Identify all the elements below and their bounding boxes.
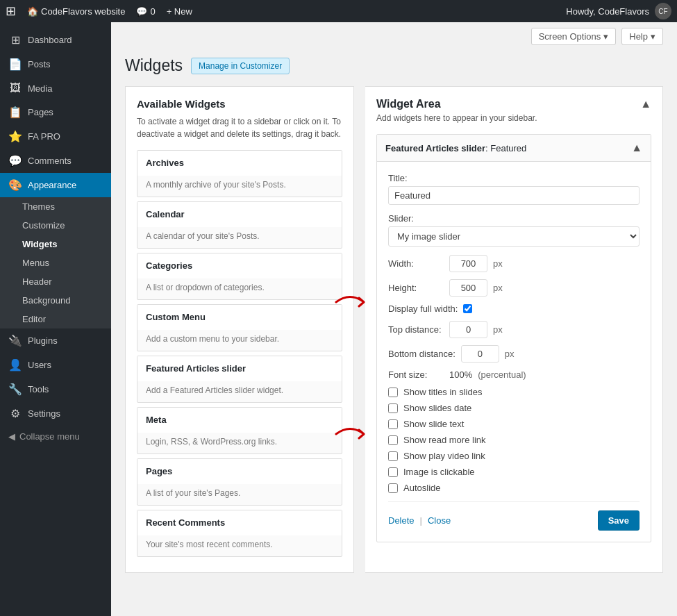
sidebar-item-appearance[interactable]: 🎨 Appearance [0, 173, 111, 197]
avatar[interactable]: CF [655, 3, 671, 19]
widget-config-name: Featured Articles slider: Featured [385, 143, 526, 153]
widget-config-collapse-icon[interactable]: ▲ [631, 142, 642, 154]
widget-desc-meta: Login, RSS, & WordPress.org links. [137, 433, 342, 453]
sidebar-item-posts[interactable]: 📄 Posts [0, 52, 111, 76]
widget-item-featuredarticles[interactable]: Featured Articles slider Add a Featured … [137, 356, 342, 403]
bottom-distance-label: Bottom distance: [388, 349, 455, 359]
widget-config-header[interactable]: Featured Articles slider: Featured ▲ [377, 135, 651, 162]
sidebar-item-menus[interactable]: Menus [0, 253, 111, 272]
autoslide-checkbox[interactable] [388, 483, 398, 493]
sidebar-item-dashboard[interactable]: ⊞ Dashboard [0, 28, 111, 52]
sidebar-item-themes[interactable]: Themes [0, 197, 111, 216]
widget-item-meta[interactable]: Meta Login, RSS, & WordPress.org links. [137, 407, 342, 454]
font-size-value: 100% [449, 369, 472, 380]
site-link[interactable]: 🏠 CodeFlavors website [22, 6, 131, 17]
collapse-menu-button[interactable]: ◀ Collapse menu [0, 426, 111, 447]
title-input[interactable] [388, 186, 640, 205]
width-unit: px [493, 258, 503, 269]
slider-row: Slider: My image slider [388, 213, 640, 247]
sidebar-label-tools: Tools [28, 384, 49, 394]
wp-logo-icon[interactable]: ⊞ [6, 3, 16, 19]
widget-name-pages: Pages [146, 466, 172, 476]
top-distance-input[interactable] [449, 321, 487, 338]
top-bar: Screen Options ▾ Help ▾ [111, 22, 677, 51]
widget-header-meta[interactable]: Meta [137, 408, 342, 433]
comment-count: 0 [150, 6, 155, 17]
widget-header-pages[interactable]: Pages [137, 459, 342, 484]
widget-item-recentcomments[interactable]: Recent Comments Your site's most recent … [137, 510, 342, 557]
widget-header-categories[interactable]: Categories [137, 253, 342, 278]
widget-name-categories: Categories [146, 260, 192, 271]
sidebar-item-settings[interactable]: ⚙ Settings [0, 401, 111, 426]
comments-link[interactable]: 💬 0 [131, 6, 160, 17]
display-full-width-checkbox[interactable] [463, 304, 472, 313]
widget-item-calendar[interactable]: Calendar A calendar of your site's Posts… [137, 201, 342, 249]
widget-desc-calendar: A calendar of your site's Posts. [137, 227, 342, 248]
site-name: CodeFlavors website [41, 6, 125, 17]
widget-item-pages[interactable]: Pages A list of your site's Pages. [137, 458, 342, 506]
widget-area-description: Add widgets here to appear in your sideb… [376, 113, 651, 123]
plugins-icon: 🔌 [8, 334, 22, 347]
top-distance-unit: px [493, 324, 503, 335]
widget-name-custommenu: Custom Menu [146, 312, 206, 322]
sidebar-item-plugins[interactable]: 🔌 Plugins [0, 328, 111, 353]
sidebar-label-media: Media [28, 83, 52, 94]
image-clickable-checkbox[interactable] [388, 467, 398, 477]
height-input[interactable] [449, 279, 487, 297]
sidebar-label-comments: Comments [28, 156, 72, 166]
users-icon: 👤 [8, 358, 22, 372]
show-readmore-checkbox[interactable] [388, 435, 398, 445]
posts-icon: 📄 [8, 58, 22, 71]
font-size-label: Font size: [388, 369, 444, 380]
widget-header-calendar[interactable]: Calendar [137, 202, 342, 227]
widget-header-featuredarticles[interactable]: Featured Articles slider [137, 356, 342, 381]
slider-label: Slider: [388, 213, 640, 224]
sidebar-item-pages[interactable]: 📋 Pages [0, 100, 111, 124]
bottom-distance-input[interactable] [461, 345, 499, 363]
sidebar-item-media[interactable]: 🖼 Media [0, 76, 111, 100]
delete-button[interactable]: Delete [388, 515, 415, 526]
collapse-label: Collapse menu [19, 431, 80, 442]
checkbox-show-readmore: Show read more link [388, 435, 640, 445]
sidebar-item-customize[interactable]: Customize [0, 216, 111, 235]
title-label: Title: [388, 173, 640, 183]
manage-customizer-button[interactable]: Manage in Customizer [191, 58, 290, 74]
widget-item-archives[interactable]: Archives A monthly archive of your site'… [137, 150, 342, 197]
checkbox-image-clickable: Image is clickable [388, 467, 640, 477]
sidebar-item-widgets[interactable]: Widgets [0, 235, 111, 253]
close-button[interactable]: Close [428, 515, 451, 526]
widget-header-custommenu[interactable]: Custom Menu [137, 305, 342, 330]
widgets-area: Available Widgets To activate a widget d… [111, 86, 677, 573]
sidebar-item-background[interactable]: Background [0, 291, 111, 310]
show-date-checkbox[interactable] [388, 403, 398, 413]
widget-footer: Delete | Close Save [388, 501, 640, 531]
widget-header-archives[interactable]: Archives [137, 151, 342, 176]
show-titles-checkbox[interactable] [388, 388, 398, 397]
widget-desc-recentcomments: Your site's most recent comments. [137, 535, 342, 556]
image-clickable-label: Image is clickable [403, 467, 475, 477]
sidebar-item-editor[interactable]: Editor [0, 310, 111, 328]
help-button[interactable]: Help ▾ [621, 28, 663, 45]
sidebar-item-tools[interactable]: 🔧 Tools [0, 377, 111, 401]
save-button[interactable]: Save [598, 510, 640, 531]
admin-bar-right: Howdy, CodeFlavors CF [566, 3, 671, 19]
widget-header-recentcomments[interactable]: Recent Comments [137, 510, 342, 535]
widget-item-categories[interactable]: Categories A list or dropdown of categor… [137, 253, 342, 300]
sidebar-item-comments[interactable]: 💬 Comments [0, 149, 111, 173]
show-text-checkbox[interactable] [388, 419, 398, 429]
widget-area-collapse-icon[interactable]: ▲ [640, 98, 651, 110]
sidebar-item-fapro[interactable]: ⭐ FA PRO [0, 124, 111, 149]
sidebar-item-users[interactable]: 👤 Users [0, 353, 111, 377]
widget-item-custommenu[interactable]: Custom Menu Add a custom menu to your si… [137, 304, 342, 351]
checkbox-show-text: Show slide text [388, 419, 640, 429]
new-link[interactable]: + New [161, 6, 198, 17]
widget-desc-archives: A monthly archive of your site's Posts. [137, 176, 342, 197]
show-video-checkbox[interactable] [388, 451, 398, 461]
width-input[interactable] [449, 255, 487, 272]
help-label: Help [629, 31, 648, 42]
widget-desc-featuredarticles: Add a Featured Articles slider widget. [137, 381, 342, 402]
screen-options-button[interactable]: Screen Options ▾ [531, 28, 617, 45]
slider-select[interactable]: My image slider [388, 226, 640, 247]
comments-icon: 💬 [136, 6, 147, 17]
sidebar-item-header[interactable]: Header [0, 272, 111, 291]
